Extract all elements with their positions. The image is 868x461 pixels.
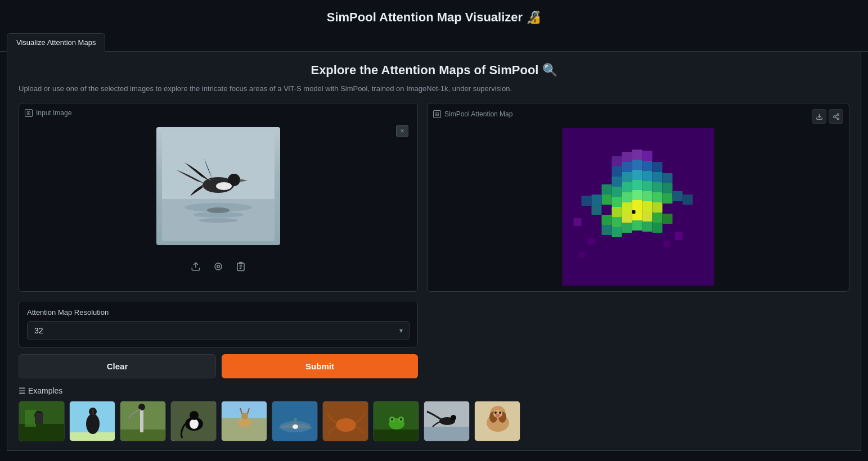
svg-rect-36 <box>632 160 642 170</box>
svg-point-107 <box>293 424 298 429</box>
svg-line-23 <box>835 115 837 116</box>
svg-rect-30 <box>612 156 622 166</box>
svg-rect-74 <box>622 223 632 233</box>
svg-point-12 <box>217 265 220 268</box>
upload-icon[interactable] <box>188 259 204 274</box>
svg-rect-44 <box>663 173 673 183</box>
resolution-select-wrapper: 16 32 64 ▾ <box>27 321 410 340</box>
svg-rect-39 <box>612 177 622 187</box>
svg-rect-33 <box>642 151 653 161</box>
svg-point-103 <box>238 418 251 427</box>
svg-rect-49 <box>642 181 653 191</box>
bird-svg <box>162 132 275 241</box>
svg-rect-69 <box>653 213 663 223</box>
svg-rect-64 <box>622 213 632 223</box>
svg-point-11 <box>215 263 222 270</box>
svg-rect-54 <box>622 192 632 202</box>
svg-rect-27 <box>675 232 683 240</box>
example-thumb-10[interactable] <box>474 401 520 441</box>
svg-rect-41 <box>632 170 642 180</box>
svg-point-120 <box>451 415 456 421</box>
page-title: Explore the Attention Maps of SimPool 🔍 <box>19 63 849 78</box>
svg-rect-73 <box>612 227 622 237</box>
resolution-label: Attention Map Resolution <box>27 308 410 317</box>
input-panel-label: ⊞ Input Image <box>25 109 412 117</box>
example-thumb-6[interactable] <box>272 401 318 441</box>
svg-rect-53 <box>612 197 622 207</box>
svg-rect-76 <box>642 222 653 232</box>
svg-rect-38 <box>653 162 663 172</box>
example-thumb-8[interactable] <box>373 401 419 441</box>
svg-point-116 <box>400 418 402 421</box>
attention-map <box>433 128 843 286</box>
svg-point-8 <box>216 182 232 190</box>
svg-rect-48 <box>632 180 642 190</box>
svg-rect-66 <box>642 211 653 222</box>
clear-button[interactable]: Clear <box>19 354 216 378</box>
download-button[interactable] <box>812 109 826 124</box>
share-button[interactable] <box>829 109 843 124</box>
svg-point-99 <box>190 419 199 429</box>
svg-point-115 <box>391 418 393 421</box>
svg-rect-51 <box>663 183 673 193</box>
example-thumb-7[interactable] <box>322 401 368 441</box>
svg-rect-87 <box>35 413 43 424</box>
examples-grid <box>19 401 849 441</box>
svg-rect-67 <box>602 215 612 225</box>
content-row: ⊞ Input Image <box>19 103 849 292</box>
input-image <box>156 127 280 245</box>
close-button[interactable]: × <box>396 125 408 137</box>
svg-rect-92 <box>92 409 94 415</box>
svg-point-90 <box>86 414 100 434</box>
svg-rect-79 <box>592 195 602 205</box>
main-panel: Explore the Attention Maps of SimPool 🔍 … <box>7 52 861 451</box>
examples-section: ☰ Examples <box>19 386 849 441</box>
svg-point-21 <box>837 117 839 119</box>
tab-visualize[interactable]: Visualize Attention Maps <box>7 33 105 52</box>
output-panel-header: ⊞ SimPool Attention Map <box>433 109 843 124</box>
example-thumb-2[interactable] <box>69 401 115 441</box>
example-thumb-1[interactable] <box>19 401 65 441</box>
svg-point-127 <box>494 412 497 414</box>
svg-rect-25 <box>574 218 582 226</box>
examples-header: ☰ Examples <box>19 386 849 395</box>
image-icon: ⊞ <box>25 109 33 117</box>
svg-point-100 <box>190 411 199 420</box>
svg-rect-118 <box>424 427 470 441</box>
svg-rect-72 <box>602 225 612 235</box>
svg-rect-56 <box>642 191 653 201</box>
svg-rect-95 <box>140 407 143 432</box>
svg-rect-70 <box>663 214 673 224</box>
svg-point-19 <box>837 114 839 115</box>
resolution-select[interactable]: 16 32 64 <box>27 321 410 340</box>
svg-rect-68 <box>612 217 622 227</box>
example-thumb-9[interactable] <box>424 401 470 441</box>
svg-point-104 <box>241 413 248 419</box>
svg-rect-57 <box>653 192 663 202</box>
svg-rect-37 <box>642 161 653 171</box>
example-thumb-3[interactable] <box>120 401 166 441</box>
svg-rect-82 <box>632 210 636 214</box>
svg-rect-60 <box>622 202 632 213</box>
svg-rect-28 <box>664 241 671 247</box>
svg-rect-26 <box>588 238 595 245</box>
svg-rect-43 <box>653 172 663 182</box>
svg-rect-62 <box>642 201 653 211</box>
svg-rect-31 <box>622 152 632 162</box>
example-thumb-4[interactable] <box>170 401 217 441</box>
webcam-icon[interactable] <box>210 259 226 274</box>
output-panel: ⊞ SimPool Attention Map <box>427 103 849 292</box>
input-panel: ⊞ Input Image <box>19 103 418 292</box>
image-toolbar <box>25 255 412 274</box>
output-panel-label: ⊞ SimPool Attention Map <box>433 110 512 118</box>
svg-rect-35 <box>622 162 632 172</box>
clipboard-icon[interactable] <box>233 259 249 274</box>
svg-rect-34 <box>612 166 622 177</box>
output-icon-group <box>812 109 843 124</box>
svg-rect-111 <box>374 430 419 441</box>
submit-button[interactable]: Submit <box>222 354 418 378</box>
example-thumb-5[interactable] <box>221 401 267 441</box>
svg-rect-42 <box>642 171 653 181</box>
svg-rect-77 <box>653 223 663 233</box>
page-description: Upload or use one of the selected images… <box>19 84 849 93</box>
